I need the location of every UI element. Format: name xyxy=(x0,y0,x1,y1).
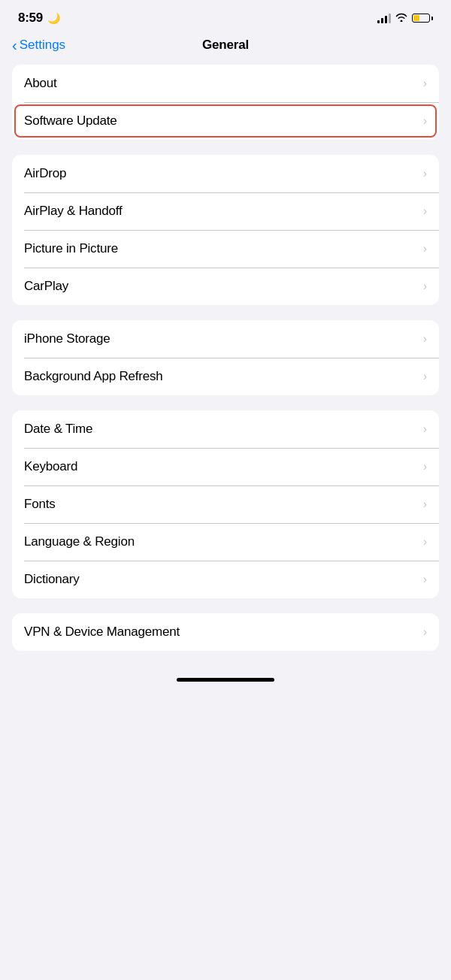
chevron-icon: › xyxy=(423,626,427,638)
airplay-handoff-label: AirPlay & Handoff xyxy=(24,204,122,219)
fonts-row[interactable]: Fonts › xyxy=(12,485,439,523)
software-update-label: Software Update xyxy=(24,113,117,129)
settings-content: About › Software Update › AirDrop › AirP… xyxy=(0,65,451,651)
moon-icon: 🌙 xyxy=(47,12,60,24)
chevron-icon: › xyxy=(423,498,427,510)
chevron-icon: › xyxy=(423,205,427,217)
chevron-icon: › xyxy=(423,573,427,585)
airdrop-label: AirDrop xyxy=(24,166,66,181)
home-indicator xyxy=(0,666,451,689)
chevron-icon: › xyxy=(423,168,427,180)
picture-in-picture-label: Picture in Picture xyxy=(24,241,118,256)
language-region-row[interactable]: Language & Region › xyxy=(12,523,439,561)
vpn-device-management-label: VPN & Device Management xyxy=(24,625,180,640)
date-time-label: Date & Time xyxy=(24,422,92,437)
date-time-row[interactable]: Date & Time › xyxy=(12,410,439,448)
dictionary-label: Dictionary xyxy=(24,572,80,587)
section-3: iPhone Storage › Background App Refresh … xyxy=(12,320,439,395)
about-row[interactable]: About › xyxy=(12,65,439,102)
airdrop-row[interactable]: AirDrop › xyxy=(12,155,439,192)
chevron-icon: › xyxy=(423,77,427,89)
section-5: VPN & Device Management › xyxy=(12,613,439,651)
chevron-icon: › xyxy=(423,423,427,435)
status-bar: 8:59 🌙 xyxy=(0,0,451,32)
chevron-icon: › xyxy=(423,280,427,292)
chevron-icon: › xyxy=(423,461,427,473)
chevron-icon: › xyxy=(423,115,427,127)
section-4: Date & Time › Keyboard › Fonts › Languag… xyxy=(12,410,439,598)
vpn-device-management-row[interactable]: VPN & Device Management › xyxy=(12,613,439,651)
page-title: General xyxy=(202,38,249,53)
section-1: About › Software Update › xyxy=(12,65,439,140)
chevron-icon: › xyxy=(423,371,427,383)
status-icons xyxy=(377,12,433,24)
back-button[interactable]: ‹ Settings xyxy=(12,38,65,53)
wifi-icon xyxy=(395,12,407,24)
background-app-refresh-row[interactable]: Background App Refresh › xyxy=(12,358,439,395)
picture-in-picture-row[interactable]: Picture in Picture › xyxy=(12,230,439,268)
airplay-handoff-row[interactable]: AirPlay & Handoff › xyxy=(12,192,439,230)
card-3: iPhone Storage › Background App Refresh … xyxy=(12,320,439,395)
card-2: AirDrop › AirPlay & Handoff › Picture in… xyxy=(12,155,439,305)
card-4: Date & Time › Keyboard › Fonts › Languag… xyxy=(12,410,439,598)
nav-bar: ‹ Settings General xyxy=(0,32,451,65)
back-chevron-icon: ‹ xyxy=(12,38,17,53)
keyboard-row[interactable]: Keyboard › xyxy=(12,448,439,485)
language-region-label: Language & Region xyxy=(24,534,135,549)
iphone-storage-row[interactable]: iPhone Storage › xyxy=(12,320,439,358)
section-2: AirDrop › AirPlay & Handoff › Picture in… xyxy=(12,155,439,305)
dictionary-row[interactable]: Dictionary › xyxy=(12,561,439,598)
iphone-storage-label: iPhone Storage xyxy=(24,331,110,346)
battery-icon xyxy=(412,14,433,23)
back-label: Settings xyxy=(20,38,65,53)
keyboard-label: Keyboard xyxy=(24,459,77,474)
home-bar xyxy=(177,678,274,682)
carplay-label: CarPlay xyxy=(24,279,68,294)
background-app-refresh-label: Background App Refresh xyxy=(24,369,163,384)
carplay-row[interactable]: CarPlay › xyxy=(12,268,439,305)
card-5: VPN & Device Management › xyxy=(12,613,439,651)
about-label: About xyxy=(24,76,56,91)
status-time: 8:59 🌙 xyxy=(18,11,60,26)
software-update-row[interactable]: Software Update › xyxy=(12,102,439,140)
fonts-label: Fonts xyxy=(24,497,56,512)
chevron-icon: › xyxy=(423,333,427,345)
signal-icon xyxy=(377,13,391,23)
chevron-icon: › xyxy=(423,536,427,548)
card-1: About › Software Update › xyxy=(12,65,439,140)
chevron-icon: › xyxy=(423,243,427,255)
